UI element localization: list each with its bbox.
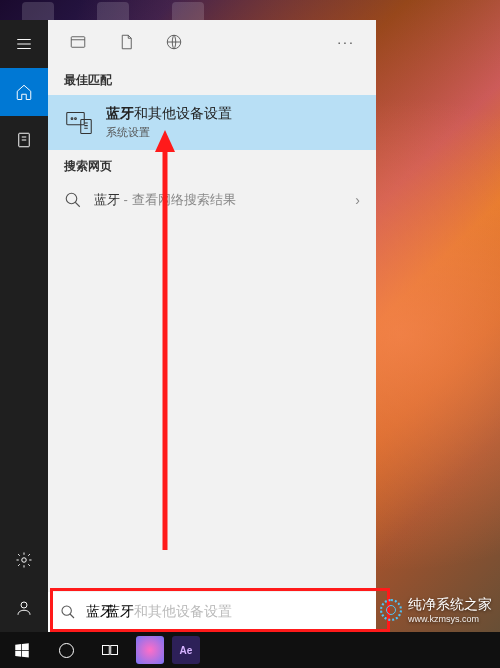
web-search-header: 搜索网页 bbox=[48, 150, 376, 181]
svg-rect-3 bbox=[71, 37, 85, 48]
filter-web-tab[interactable] bbox=[152, 20, 196, 64]
rail-settings-button[interactable] bbox=[0, 536, 48, 584]
svg-point-2 bbox=[21, 602, 27, 608]
search-results-panel: ··· 最佳匹配 蓝牙和其他设备设置 系统设置 搜索网页 蓝牙 - 查看网络搜索… bbox=[48, 20, 376, 632]
start-button[interactable] bbox=[0, 632, 44, 668]
task-view-button[interactable] bbox=[88, 632, 132, 668]
rail-home-button[interactable] bbox=[0, 68, 48, 116]
taskbar: Ae bbox=[0, 632, 500, 668]
best-match-title: 蓝牙和其他设备设置 bbox=[106, 105, 232, 123]
watermark-logo-icon bbox=[380, 599, 402, 621]
search-input-bar[interactable]: 蓝牙 和其他设备设置 bbox=[48, 592, 376, 632]
svg-point-8 bbox=[75, 117, 77, 119]
best-match-subtitle: 系统设置 bbox=[106, 125, 232, 140]
best-match-header: 最佳匹配 bbox=[48, 64, 376, 95]
search-input[interactable] bbox=[86, 604, 364, 620]
devices-icon bbox=[64, 108, 94, 138]
rail-documents-button[interactable] bbox=[0, 116, 48, 164]
svg-point-10 bbox=[62, 606, 71, 615]
start-left-rail bbox=[0, 20, 48, 632]
svg-rect-11 bbox=[103, 646, 110, 655]
filter-apps-tab[interactable] bbox=[56, 20, 100, 64]
watermark: 纯净系统之家 www.kzmsys.com bbox=[380, 596, 492, 624]
svg-rect-6 bbox=[81, 119, 92, 133]
best-match-result[interactable]: 蓝牙和其他设备设置 系统设置 bbox=[48, 95, 376, 150]
taskbar-app-1[interactable] bbox=[136, 636, 164, 664]
web-search-result[interactable]: 蓝牙 - 查看网络搜索结果 › bbox=[48, 181, 376, 219]
hamburger-button[interactable] bbox=[0, 20, 48, 68]
chevron-right-icon: › bbox=[355, 192, 360, 208]
svg-rect-5 bbox=[67, 112, 85, 124]
search-filter-tabs: ··· bbox=[48, 20, 376, 64]
search-icon bbox=[64, 191, 82, 209]
svg-rect-12 bbox=[111, 646, 118, 655]
cortana-button[interactable] bbox=[44, 632, 88, 668]
web-result-text: 蓝牙 - 查看网络搜索结果 bbox=[94, 191, 343, 209]
filter-documents-tab[interactable] bbox=[104, 20, 148, 64]
taskbar-app-ae[interactable]: Ae bbox=[172, 636, 200, 664]
svg-point-9 bbox=[66, 193, 77, 204]
rail-user-button[interactable] bbox=[0, 584, 48, 632]
svg-point-7 bbox=[71, 117, 73, 119]
svg-point-1 bbox=[22, 558, 27, 563]
filter-more-button[interactable]: ··· bbox=[324, 20, 368, 64]
search-icon bbox=[60, 604, 76, 620]
